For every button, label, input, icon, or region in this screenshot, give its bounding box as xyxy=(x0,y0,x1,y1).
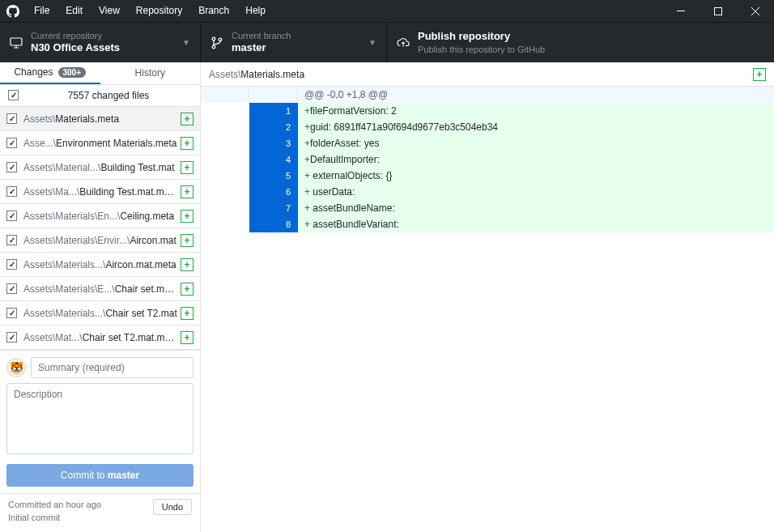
file-path: Assets\Materials\En...\Ceiling.meta xyxy=(23,211,177,222)
gutter-old xyxy=(201,216,249,232)
diff-line[interactable]: 8+ assetBundleVariant: xyxy=(201,216,774,232)
diff-body[interactable]: @@ -0,0 +1,8 @@1+fileFormatVersion: 22+g… xyxy=(201,87,774,532)
diff-line[interactable]: 1+fileFormatVersion: 2 xyxy=(201,103,774,119)
menu-file[interactable]: File xyxy=(26,0,57,22)
cloud-upload-icon xyxy=(397,36,410,49)
branch-label: Current branch xyxy=(232,30,291,41)
status-added-icon: + xyxy=(181,161,194,174)
file-checkbox[interactable] xyxy=(6,186,17,197)
file-checkbox[interactable] xyxy=(6,211,17,221)
gutter-old xyxy=(201,135,249,151)
svg-point-3 xyxy=(212,37,215,40)
file-path: Assets\Material...\Building Test.mat xyxy=(23,162,177,173)
chevron-down-icon: ▼ xyxy=(182,38,190,47)
gutter-new: 2 xyxy=(249,119,298,135)
menu-repository[interactable]: Repository xyxy=(128,0,190,22)
last-commit-message: Initial commit xyxy=(8,512,101,524)
changes-header: 7557 changed files xyxy=(0,85,200,108)
diff-file-path: Assets\Materials.meta xyxy=(209,69,750,80)
publish-repository-button[interactable]: Publish repository Publish this reposito… xyxy=(387,23,774,62)
select-all-checkbox[interactable] xyxy=(8,90,19,100)
status-added-icon: + xyxy=(181,331,194,344)
diff-line-text: +folderAsset: yes xyxy=(298,135,774,151)
file-row[interactable]: Assets\Materials...\Chair set T2.mat+ xyxy=(0,301,200,326)
commit-form: 🐯 Commit to master xyxy=(0,350,200,493)
last-commit-time: Committed an hour ago xyxy=(8,499,101,511)
undo-button[interactable]: Undo xyxy=(153,499,192,515)
file-checkbox[interactable] xyxy=(6,113,17,124)
file-path: Assets\Materials.meta xyxy=(23,113,177,125)
maximize-button[interactable] xyxy=(700,0,737,22)
file-path: Asse...\Environment Materials.meta xyxy=(23,138,177,149)
menu-edit[interactable]: Edit xyxy=(57,0,91,22)
file-row[interactable]: Assets\Materials\E...\Chair set.meta+ xyxy=(0,277,200,301)
file-path: Assets\Ma...\Building Test.mat.meta xyxy=(23,186,177,198)
commit-description-input[interactable] xyxy=(6,383,194,454)
diff-line[interactable]: 2+guid: 6891ff471a90f694d9677eb3c504eb34 xyxy=(201,119,774,135)
publish-subtitle: Publish this repository to GitHub xyxy=(418,44,545,55)
file-row[interactable]: Assets\Materials\Envir...\Aircon.mat+ xyxy=(0,228,200,253)
commit-summary-input[interactable] xyxy=(31,357,194,378)
file-checkbox[interactable] xyxy=(6,283,17,294)
file-row[interactable]: Assets\Materials\En...\Ceiling.meta+ xyxy=(0,204,200,228)
hunk-header: @@ -0,0 +1,8 @@ xyxy=(298,87,774,103)
gutter-old xyxy=(201,168,249,184)
menu-view[interactable]: View xyxy=(91,0,128,22)
status-added-icon: + xyxy=(181,258,194,271)
menu-branch[interactable]: Branch xyxy=(190,0,237,22)
window-controls xyxy=(662,0,774,22)
current-branch-selector[interactable]: Current branch master ▼ xyxy=(201,23,387,62)
diff-line[interactable]: 3+folderAsset: yes xyxy=(201,135,774,151)
status-added-icon: + xyxy=(181,210,194,223)
file-row[interactable]: Asse...\Environment Materials.meta+ xyxy=(0,131,200,155)
file-path: Assets\Materials\E...\Chair set.meta xyxy=(23,283,177,295)
file-row[interactable]: Assets\Materials.meta+ xyxy=(0,107,200,131)
last-commit: Committed an hour ago Initial commit Und… xyxy=(0,493,200,532)
file-path: Assets\Mat...\Chair set T2.mat.meta xyxy=(23,332,177,343)
file-row[interactable]: Assets\Materials...\Aircon.mat.meta+ xyxy=(0,253,200,277)
diff-line-text: +DefaultImporter: xyxy=(298,151,774,168)
diff-line-text: + assetBundleVariant: xyxy=(298,216,774,232)
close-button[interactable] xyxy=(737,0,774,22)
commit-button[interactable]: Commit to master xyxy=(6,464,194,487)
gutter-old xyxy=(201,119,249,135)
file-checkbox[interactable] xyxy=(6,308,17,318)
titlebar: File Edit View Repository Branch Help xyxy=(0,0,774,22)
diff-line-text: + assetBundleName: xyxy=(298,200,774,216)
desktop-icon xyxy=(10,36,23,49)
gutter-new: 8 xyxy=(249,216,298,232)
commit-button-branch: master xyxy=(108,470,139,481)
file-row[interactable]: Assets\Ma...\Building Test.mat.meta+ xyxy=(0,180,200,204)
diff-line[interactable]: 5+ externalObjects: {} xyxy=(201,168,774,184)
file-checkbox[interactable] xyxy=(6,162,17,172)
tab-history[interactable]: History xyxy=(100,62,201,84)
file-checkbox[interactable] xyxy=(6,235,17,245)
status-added-icon: + xyxy=(181,234,194,247)
gutter-old xyxy=(201,151,249,168)
gutter-old xyxy=(201,184,249,200)
diff-status-added-icon: + xyxy=(753,68,766,81)
menu-help[interactable]: Help xyxy=(237,0,274,22)
gutter-old xyxy=(201,200,249,216)
file-checkbox[interactable] xyxy=(6,332,17,343)
diff-line[interactable]: 6+ userData: xyxy=(201,184,774,200)
file-path: Assets\Materials\Envir...\Aircon.mat xyxy=(23,235,177,246)
file-checkbox[interactable] xyxy=(6,138,17,148)
svg-point-5 xyxy=(219,38,222,41)
file-checkbox[interactable] xyxy=(6,259,17,270)
current-repository-selector[interactable]: Current repository N30 Office Assets ▼ xyxy=(0,23,201,62)
tab-changes[interactable]: Changes 300+ xyxy=(0,62,100,84)
diff-line-text: + externalObjects: {} xyxy=(298,168,774,184)
repo-label: Current repository xyxy=(31,30,120,41)
minimize-button[interactable] xyxy=(662,0,700,22)
diff-line[interactable]: 4+DefaultImporter: xyxy=(201,151,774,168)
file-row[interactable]: Assets\Material...\Building Test.mat+ xyxy=(0,155,200,180)
file-row[interactable]: Assets\Mat...\Chair set T2.mat.meta+ xyxy=(0,326,200,350)
diff-line[interactable]: 7+ assetBundleName: xyxy=(201,200,774,216)
file-path: Assets\Materials...\Chair set T2.mat xyxy=(23,308,177,319)
svg-rect-1 xyxy=(715,7,722,15)
branch-value: master xyxy=(232,41,291,55)
diff-header: Assets\Materials.meta + xyxy=(201,62,774,87)
file-list[interactable]: Assets\Materials.meta+Asse...\Environmen… xyxy=(0,107,200,350)
tab-history-label: History xyxy=(135,67,165,79)
